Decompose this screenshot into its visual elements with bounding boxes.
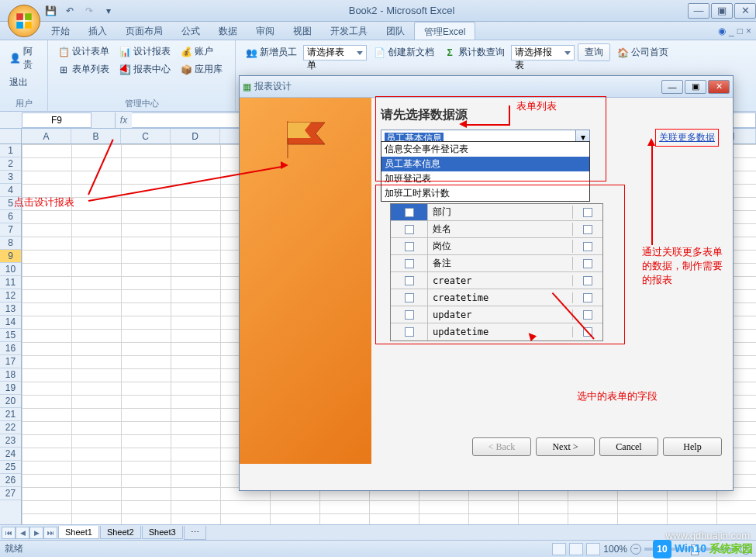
- row-header[interactable]: 11: [0, 276, 21, 289]
- checkbox-icon[interactable]: [405, 327, 414, 337]
- maximize-button[interactable]: ▣: [711, 3, 733, 19]
- name-box[interactable]: F9: [22, 112, 91, 128]
- ribbon-close-icon[interactable]: ×: [746, 26, 751, 36]
- row-header[interactable]: 5: [0, 197, 21, 210]
- tab-team[interactable]: 团队: [377, 22, 414, 40]
- dialog-close-button[interactable]: ✕: [708, 80, 730, 94]
- col-header[interactable]: A: [22, 129, 71, 143]
- checkbox-cell[interactable]: [573, 327, 602, 337]
- checkbox-cell[interactable]: [573, 276, 602, 285]
- use-lib-button[interactable]: 📦应用库: [177, 61, 226, 78]
- create-doc-button[interactable]: 📄创建新文档: [370, 44, 437, 60]
- row-header[interactable]: 14: [0, 316, 21, 329]
- table-row[interactable]: creater: [391, 272, 602, 289]
- checkbox-cell[interactable]: [573, 208, 602, 217]
- row-header[interactable]: 25: [0, 461, 21, 474]
- checkbox-icon[interactable]: [405, 310, 414, 320]
- tab-view[interactable]: 视图: [284, 22, 321, 40]
- account-button[interactable]: 💰账户: [177, 43, 216, 60]
- row-header[interactable]: 20: [0, 395, 21, 408]
- undo-icon[interactable]: ↶: [61, 2, 78, 19]
- col-header[interactable]: B: [71, 129, 121, 143]
- view-break-button[interactable]: [586, 543, 600, 555]
- list-item[interactable]: 加班登记表: [381, 171, 589, 186]
- row-header[interactable]: 9: [0, 250, 21, 263]
- dialog-minimize-button[interactable]: —: [661, 80, 683, 94]
- list-item[interactable]: 员工基本信息: [381, 157, 589, 171]
- checkbox-cell[interactable]: [573, 293, 602, 302]
- checkbox-cell[interactable]: [391, 272, 428, 289]
- tab-insert[interactable]: 插入: [79, 22, 116, 40]
- row-header[interactable]: 21: [0, 408, 21, 421]
- save-icon[interactable]: 💾: [42, 2, 59, 19]
- checkbox-cell[interactable]: [391, 204, 428, 220]
- row-header[interactable]: 19: [0, 382, 21, 395]
- new-sheet-button[interactable]: ⋯: [184, 526, 206, 540]
- sheet-tab[interactable]: Sheet3: [142, 526, 183, 539]
- select-all-corner[interactable]: [0, 129, 22, 144]
- checkbox-cell[interactable]: [573, 225, 602, 234]
- close-button[interactable]: ✕: [734, 3, 756, 19]
- view-normal-button[interactable]: [552, 543, 566, 555]
- row-header[interactable]: 12: [0, 289, 21, 302]
- table-row[interactable]: 岗位: [391, 238, 602, 255]
- row-header[interactable]: 24: [0, 448, 21, 461]
- office-button[interactable]: [8, 5, 40, 37]
- table-row[interactable]: 姓名: [391, 221, 602, 238]
- checkbox-icon[interactable]: [405, 293, 414, 302]
- table-row[interactable]: 备注: [391, 255, 602, 272]
- redo-icon[interactable]: ↷: [81, 2, 98, 19]
- list-item[interactable]: 加班工时累计数: [381, 186, 589, 201]
- next-button[interactable]: Next >: [536, 437, 595, 456]
- dialog-maximize-button[interactable]: ▣: [685, 80, 706, 94]
- row-header[interactable]: 13: [0, 302, 21, 316]
- tab-manage-excel[interactable]: 管理Excel: [414, 22, 475, 40]
- ribbon-restore-icon[interactable]: □: [737, 26, 743, 36]
- select-report-dropdown[interactable]: 请选择报表: [511, 45, 575, 60]
- checkbox-cell[interactable]: [573, 259, 602, 268]
- row-header[interactable]: 26: [0, 474, 21, 487]
- checkbox-icon[interactable]: [583, 208, 592, 217]
- help-button[interactable]: Help: [663, 437, 722, 456]
- design-report-button[interactable]: 📊设计报表: [116, 43, 174, 60]
- checkbox-cell[interactable]: [391, 238, 428, 254]
- checkbox-icon[interactable]: [405, 208, 414, 217]
- checkbox-icon[interactable]: [583, 327, 592, 337]
- sheet-nav-next[interactable]: ▶: [29, 527, 43, 539]
- dialog-titlebar[interactable]: ▦ 报表设计 — ▣ ✕: [240, 76, 733, 98]
- tab-home[interactable]: 开始: [42, 22, 79, 40]
- report-center-button[interactable]: 🔄报表中心: [116, 61, 174, 78]
- row-header[interactable]: 18: [0, 368, 21, 382]
- qat-dropdown-icon[interactable]: ▾: [100, 2, 117, 19]
- checkbox-cell[interactable]: [391, 289, 428, 306]
- checkbox-cell[interactable]: [391, 221, 428, 237]
- minimize-button[interactable]: —: [688, 3, 709, 19]
- col-header[interactable]: C: [121, 129, 171, 143]
- row-header[interactable]: 15: [0, 329, 21, 342]
- checkbox-cell[interactable]: [391, 255, 428, 271]
- row-header[interactable]: 2: [0, 157, 21, 171]
- exit-button[interactable]: 退出: [6, 74, 31, 91]
- checkbox-icon[interactable]: [583, 225, 592, 234]
- sheet-tab[interactable]: Sheet2: [100, 526, 141, 539]
- tab-formula[interactable]: 公式: [172, 22, 209, 40]
- checkbox-cell[interactable]: [391, 306, 428, 323]
- table-row[interactable]: updatetime: [391, 323, 602, 340]
- checkbox-cell[interactable]: [573, 242, 602, 251]
- row-header[interactable]: 17: [0, 355, 21, 368]
- query-button[interactable]: 查询: [578, 43, 610, 61]
- zoom-out-button[interactable]: −: [630, 544, 641, 555]
- row-header[interactable]: 22: [0, 421, 21, 434]
- col-header[interactable]: D: [171, 129, 220, 143]
- row-header[interactable]: 3: [0, 171, 21, 184]
- fx-button[interactable]: fx: [115, 112, 132, 128]
- tab-layout[interactable]: 页面布局: [116, 22, 172, 40]
- checkbox-icon[interactable]: [583, 242, 592, 251]
- row-header[interactable]: 16: [0, 342, 21, 355]
- row-header[interactable]: 1: [0, 144, 21, 157]
- design-form-button[interactable]: 📋设计表单: [54, 43, 112, 60]
- row-header[interactable]: 27: [0, 487, 21, 500]
- form-list-button[interactable]: ⊞表单列表: [54, 61, 112, 78]
- user-button[interactable]: 👤阿贵: [6, 43, 41, 73]
- count-query-button[interactable]: Σ累计数查询: [440, 44, 508, 60]
